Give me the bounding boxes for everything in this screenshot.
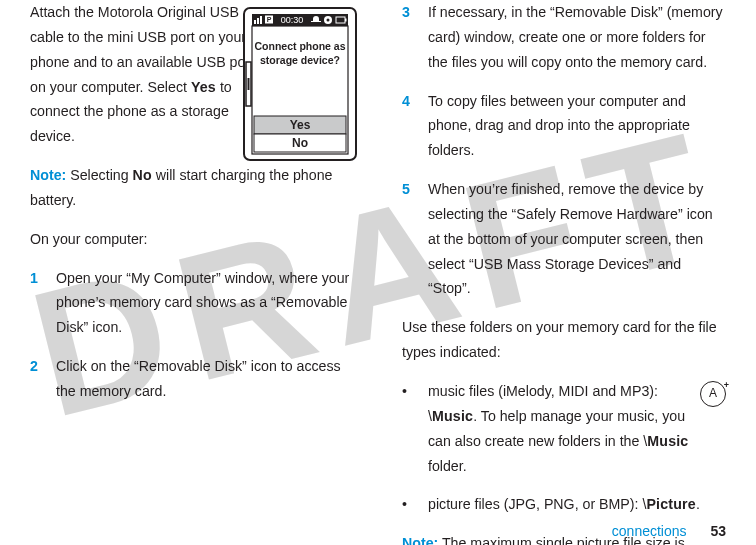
svg-rect-6 bbox=[260, 16, 262, 24]
phone-time: 00:30 bbox=[281, 15, 304, 25]
right-column: 3 If necessary, in the “Removable Disk” … bbox=[402, 0, 726, 545]
accessory-icon-wrap: + bbox=[696, 381, 726, 407]
step-1-text: Open your “My Computer” window, where yo… bbox=[56, 266, 354, 341]
phone-prompt-line2: storage device? bbox=[260, 54, 340, 66]
step-1: 1 Open your “My Computer” window, where … bbox=[30, 266, 354, 341]
note-no-word: No bbox=[133, 167, 152, 183]
svg-text:P: P bbox=[267, 16, 272, 23]
picture-after: . bbox=[696, 496, 700, 512]
intro-paragraph: Attach the Motorola Original USB cable t… bbox=[30, 0, 260, 149]
note-paragraph: Note: Selecting No will start charging t… bbox=[30, 163, 354, 213]
svg-rect-5 bbox=[257, 18, 259, 24]
step-1-number: 1 bbox=[30, 266, 42, 341]
phone-no-option: No bbox=[292, 136, 308, 150]
phone-svg: P 00:30 Connect phone as storage device? bbox=[242, 6, 358, 162]
picture-folder-name: Picture bbox=[646, 496, 696, 512]
picture-text: picture files (JPG, PNG, or BMP): \Pictu… bbox=[428, 492, 700, 517]
step-5-text: When you’re finished, remove the device … bbox=[428, 177, 726, 301]
folders-intro: Use these folders on your memory card fo… bbox=[402, 315, 726, 365]
phone-illustration: P 00:30 Connect phone as storage device? bbox=[242, 6, 358, 162]
page-footer: connections 53 bbox=[612, 523, 726, 539]
step-4: 4 To copy files between your computer an… bbox=[402, 89, 726, 164]
step-5-number: 5 bbox=[402, 177, 414, 301]
music-folder-name: Music bbox=[432, 408, 473, 424]
music-folder-name-2: Music bbox=[647, 433, 688, 449]
bullet-marker: • bbox=[402, 492, 414, 517]
svg-rect-2 bbox=[248, 78, 250, 90]
svg-rect-4 bbox=[254, 20, 256, 24]
phone-yes-option: Yes bbox=[290, 118, 311, 132]
music-after: folder. bbox=[428, 458, 467, 474]
phone-prompt-line1: Connect phone as bbox=[254, 40, 345, 52]
intro-yes-word: Yes bbox=[191, 79, 216, 95]
right-step-list: 3 If necessary, in the “Removable Disk” … bbox=[402, 0, 726, 301]
page-columns: Attach the Motorola Original USB cable t… bbox=[0, 0, 756, 545]
step-2: 2 Click on the “Removable Disk” icon to … bbox=[30, 354, 354, 404]
on-your-computer: On your computer: bbox=[30, 227, 354, 252]
footer-section: connections bbox=[612, 523, 687, 539]
svg-rect-12 bbox=[345, 19, 347, 22]
step-3-number: 3 bbox=[402, 0, 414, 75]
step-2-text: Click on the “Removable Disk” icon to ac… bbox=[56, 354, 354, 404]
note-label: Note: bbox=[30, 167, 66, 183]
footer-page-number: 53 bbox=[710, 523, 726, 539]
left-column: Attach the Motorola Original USB cable t… bbox=[30, 0, 354, 545]
note-before: Selecting bbox=[66, 167, 132, 183]
left-step-list: 1 Open your “My Computer” window, where … bbox=[30, 266, 354, 404]
step-4-number: 4 bbox=[402, 89, 414, 164]
music-text: music files (iMelody, MIDI and MP3): \Mu… bbox=[428, 379, 726, 478]
step-4-text: To copy files between your computer and … bbox=[428, 89, 726, 164]
intro-block: Attach the Motorola Original USB cable t… bbox=[30, 0, 354, 149]
folder-bullet-list: • music files (iMelody, MIDI and MP3): \… bbox=[402, 379, 726, 517]
picture-before: picture files (JPG, PNG, or BMP): \ bbox=[428, 496, 646, 512]
step-3: 3 If necessary, in the “Removable Disk” … bbox=[402, 0, 726, 75]
step-3-text: If necessary, in the “Removable Disk” (m… bbox=[428, 0, 726, 75]
bullet-picture: • picture files (JPG, PNG, or BMP): \Pic… bbox=[402, 492, 726, 517]
step-5: 5 When you’re finished, remove the devic… bbox=[402, 177, 726, 301]
svg-point-10 bbox=[327, 19, 330, 22]
accessory-icon: + bbox=[700, 381, 726, 407]
note-label-2: Note: bbox=[402, 535, 438, 545]
step-2-number: 2 bbox=[30, 354, 42, 404]
bullet-music: • music files (iMelody, MIDI and MP3): \… bbox=[402, 379, 726, 478]
bullet-marker: • bbox=[402, 379, 414, 478]
